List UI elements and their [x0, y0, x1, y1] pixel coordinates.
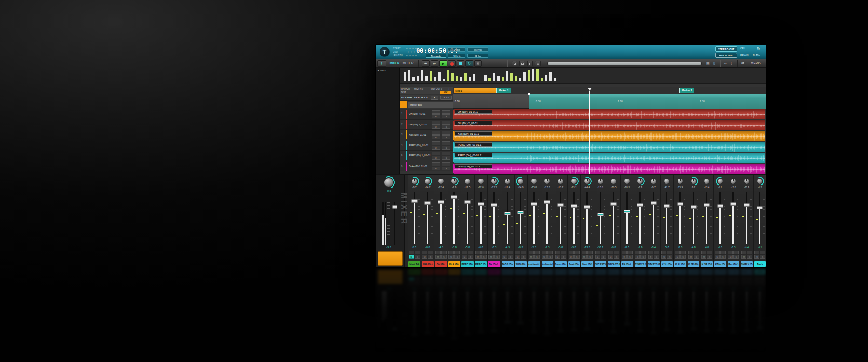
- channel-name-label[interactable]: BRCAST (P: [595, 261, 607, 267]
- channel-rec-button[interactable]: [462, 251, 467, 254]
- audio-clip[interactable]: PERC (Dir)_01-01.1: [454, 142, 765, 152]
- fader-cap[interactable]: [464, 200, 471, 204]
- fader-cap[interactable]: [610, 202, 617, 206]
- master-mode-button[interactable]: [378, 251, 403, 266]
- channel-solo-button[interactable]: S: [614, 255, 619, 259]
- pan-knob[interactable]: [583, 178, 591, 185]
- channel-solo-button[interactable]: S: [654, 255, 659, 259]
- fader-cap[interactable]: [677, 202, 683, 206]
- track-solo-button[interactable]: S: [442, 146, 450, 150]
- channel-rec-button[interactable]: [754, 251, 760, 254]
- pan-knob[interactable]: [530, 178, 538, 185]
- channel-mon-button[interactable]: [707, 251, 712, 254]
- track-header-row[interactable]: 6Duke (Dir)_01-01MS: [400, 161, 453, 172]
- audio-clip[interactable]: Duke (Dir)_01-01.1: [454, 164, 765, 174]
- fader-cap[interactable]: [664, 204, 670, 208]
- channel-mon-button[interactable]: [454, 251, 460, 254]
- pan-knob[interactable]: [570, 178, 578, 185]
- pan-knob[interactable]: [543, 178, 551, 185]
- channel-mon-button[interactable]: [494, 251, 500, 254]
- pan-knob[interactable]: [437, 178, 445, 185]
- channel-mute-button[interactable]: M: [595, 255, 600, 259]
- channel-rec-button[interactable]: [688, 251, 693, 254]
- pan-knob[interactable]: [411, 178, 418, 185]
- channel-mon-button[interactable]: [481, 251, 487, 254]
- track-header-row[interactable]: 4PERC (Dir)_01-01MS: [400, 140, 453, 151]
- pan-knob[interactable]: [517, 178, 524, 185]
- channel-mute-button[interactable]: M: [409, 255, 414, 259]
- channel-mute-button[interactable]: M: [754, 255, 760, 259]
- solo-button[interactable]: SOLO: [440, 96, 452, 100]
- channel-solo-button[interactable]: S: [747, 255, 752, 259]
- time-ruler[interactable]: 0:000:301:001:30: [453, 94, 766, 109]
- channel-rec-button[interactable]: [741, 251, 746, 254]
- pan-knob[interactable]: [650, 178, 657, 185]
- channel-mute-button[interactable]: M: [448, 255, 454, 259]
- channel-mute-button[interactable]: M: [488, 255, 494, 259]
- track-name[interactable]: PERC (Dir)_01-01: [409, 144, 429, 147]
- channel-name-label[interactable]: K SL (Di): [674, 261, 686, 267]
- fader-cap[interactable]: [637, 203, 643, 207]
- playhead-line[interactable]: [589, 91, 590, 174]
- channel-solo-button[interactable]: S: [454, 255, 460, 259]
- channel-solo-button[interactable]: S: [680, 255, 686, 259]
- track-mute-button[interactable]: M: [432, 135, 440, 139]
- fader-cap[interactable]: [557, 203, 564, 207]
- channel-name-label[interactable]: SUB (Dir: [515, 261, 527, 267]
- add-marker-button[interactable]: +: [448, 88, 450, 90]
- selection-handle[interactable]: [528, 93, 530, 95]
- marker-2-flag[interactable]: Marker 2: [679, 88, 694, 93]
- channel-solo-button[interactable]: S: [760, 255, 765, 259]
- channel-rec-button[interactable]: [515, 251, 520, 254]
- pan-knob[interactable]: [756, 178, 763, 185]
- channel-solo-button[interactable]: S: [547, 255, 553, 259]
- stop-button[interactable]: [457, 60, 464, 67]
- channel-solo-button[interactable]: S: [428, 255, 433, 259]
- pan-knob[interactable]: [504, 178, 511, 185]
- track-arm-button[interactable]: [432, 131, 440, 135]
- channel-name-label[interactable]: OH (Dir): [422, 261, 434, 267]
- track-mute-button[interactable]: M: [432, 156, 440, 160]
- track-monitor-button[interactable]: [442, 121, 450, 125]
- track-name[interactable]: PERC (Dir) 1_01-01: [409, 154, 431, 157]
- channel-mon-button[interactable]: [654, 251, 659, 254]
- pan-knob[interactable]: [624, 178, 631, 185]
- channel-rec-button[interactable]: [648, 251, 653, 254]
- channel-name-label[interactable]: OH (Dir: [435, 261, 447, 267]
- fader-cap[interactable]: [744, 203, 750, 207]
- channel-rec-button[interactable]: [635, 251, 640, 254]
- dock-toggle-icon[interactable]: ⇄: [741, 61, 744, 65]
- loop-end-line[interactable]: [498, 94, 498, 174]
- channel-name-label[interactable]: PERC (Di: [475, 261, 487, 267]
- channel-solo-button[interactable]: S: [667, 255, 672, 259]
- info-section-label[interactable]: ▸ INFO: [378, 69, 386, 72]
- channel-rec-button[interactable]: [475, 251, 481, 254]
- fader-cap[interactable]: [517, 211, 524, 214]
- channel-mon-button[interactable]: [601, 251, 606, 254]
- audio-clip[interactable]: OH (Dir) 2_01-01: [454, 120, 765, 130]
- ruler-selection[interactable]: [529, 94, 766, 109]
- channel-mon-button[interactable]: [667, 251, 672, 254]
- audio-clip[interactable]: PERC (Dir)_01-01.2: [454, 153, 765, 163]
- monitor-fader-cap[interactable]: [392, 205, 397, 209]
- timecode-mode-badge[interactable]: Timecode: [426, 54, 446, 58]
- pan-knob[interactable]: [610, 178, 617, 185]
- fader-cap[interactable]: [691, 205, 697, 209]
- channel-mute-button[interactable]: M: [701, 255, 706, 259]
- pan-knob[interactable]: [557, 178, 564, 185]
- zoom-h-icon[interactable]: ↔: [724, 61, 727, 65]
- track-mute-button[interactable]: M: [432, 167, 440, 170]
- sync-refresh-icon[interactable]: ↻: [757, 46, 760, 51]
- fps-badge[interactable]: 25 fps: [467, 54, 488, 58]
- midi-out-dropdown[interactable]: MIDI OUT ▾: [431, 88, 442, 90]
- track-name[interactable]: OH (Dir) 1_01-01: [409, 123, 427, 126]
- channel-mon-button[interactable]: [468, 251, 473, 254]
- channel-solo-button[interactable]: S: [494, 255, 500, 259]
- channel-solo-button[interactable]: S: [561, 255, 566, 259]
- channel-mute-button[interactable]: M: [529, 255, 534, 259]
- marker-lane[interactable]: step 1 Marker 1 Marker 2: [453, 87, 766, 94]
- channel-name-label[interactable]: Track: [754, 261, 766, 267]
- fader-cap[interactable]: [651, 201, 657, 205]
- channel-name-label[interactable]: GTKEYS (D: [648, 261, 660, 267]
- channel-solo-button[interactable]: S: [534, 255, 540, 259]
